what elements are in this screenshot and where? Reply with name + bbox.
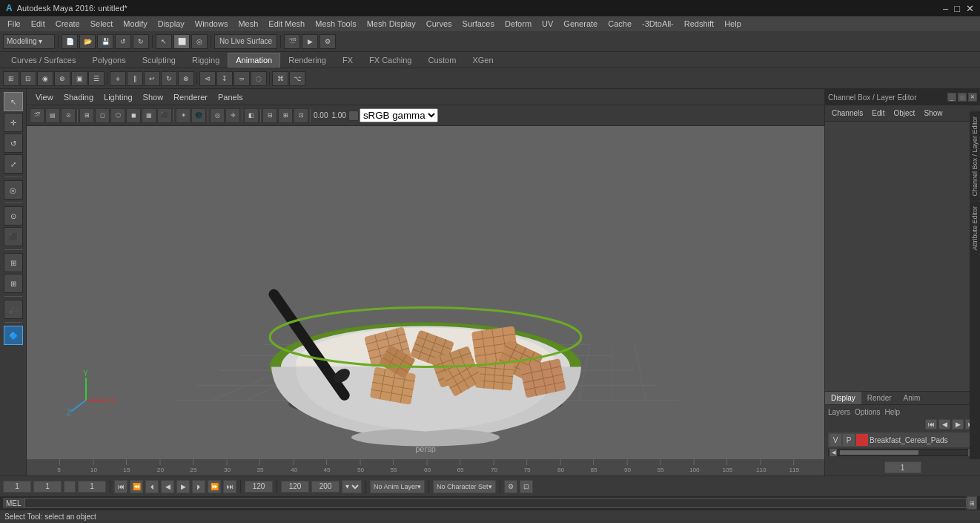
- menu-item-mesh-display[interactable]: Mesh Display: [362, 19, 420, 29]
- anim-extra-btn1[interactable]: ⚙: [504, 480, 517, 493]
- show-manip[interactable]: ⊞: [4, 253, 23, 272]
- script-confirm-btn[interactable]: ⊞: [967, 496, 977, 510]
- select-tool-btn[interactable]: ↖: [156, 34, 172, 49]
- scroll-left-btn[interactable]: ◀: [830, 449, 837, 456]
- soft-select[interactable]: ⊙: [4, 206, 23, 226]
- vp-all-btn[interactable]: ⬛: [157, 108, 172, 123]
- menu-item-generate[interactable]: Generate: [559, 19, 602, 29]
- anim-tab[interactable]: Anim: [898, 392, 927, 404]
- anim-tool-4[interactable]: ⊕: [54, 71, 70, 86]
- vp-grid-btn[interactable]: ⊞: [79, 108, 94, 123]
- redo-btn[interactable]: ↻: [133, 34, 149, 49]
- channels-show-tab[interactable]: Show: [920, 108, 946, 118]
- rotate-tool[interactable]: ↺: [4, 134, 23, 153]
- options-tab[interactable]: Options: [855, 408, 880, 416]
- vp-tex-btn[interactable]: ▦: [142, 108, 156, 123]
- channel-box-side-tab[interactable]: Channel Box / Layer Editor: [970, 111, 980, 201]
- pb-go-start[interactable]: ⏮: [114, 480, 128, 493]
- rp-close-btn[interactable]: ✕: [968, 93, 977, 102]
- menu-item-file[interactable]: File: [3, 19, 25, 29]
- channels-object-tab[interactable]: Object: [890, 108, 919, 118]
- save-scene-btn[interactable]: 💾: [97, 34, 113, 49]
- layer-color-swatch[interactable]: [856, 434, 868, 446]
- pb-go-end[interactable]: ⏭: [223, 480, 236, 493]
- range-value-input[interactable]: [33, 481, 62, 493]
- vp-isolate-btn[interactable]: ◧: [244, 108, 259, 123]
- menu-item-edit-mesh[interactable]: Edit Mesh: [264, 19, 309, 29]
- layer-arrow-start[interactable]: ⏮: [925, 419, 937, 430]
- channels-edit-tab[interactable]: Edit: [868, 108, 888, 118]
- constraint-tool-3[interactable]: ⤼: [234, 71, 250, 86]
- render-tab[interactable]: Render: [861, 392, 898, 404]
- menu-item-mesh-tools[interactable]: Mesh Tools: [311, 19, 360, 29]
- rp-expand-btn[interactable]: □: [958, 93, 967, 102]
- pb-next-frame[interactable]: ▶: [176, 480, 190, 493]
- timeline-frame-input[interactable]: [884, 461, 921, 473]
- render-preview[interactable]: 🔷: [4, 326, 23, 345]
- key-tool-2[interactable]: ‖: [127, 71, 143, 86]
- rp-minimize-btn[interactable]: _: [947, 93, 956, 102]
- maximize-btn[interactable]: □: [954, 3, 960, 14]
- vp-menu-shading[interactable]: Shading: [59, 92, 98, 102]
- vp-wire-btn[interactable]: ⬡: [110, 108, 125, 123]
- vp-menu-show[interactable]: Show: [139, 92, 168, 102]
- range-start-input[interactable]: [3, 481, 31, 493]
- lasso-btn[interactable]: ◎: [191, 34, 208, 49]
- menu-item-deform[interactable]: Deform: [500, 19, 536, 29]
- vp-smooth-btn[interactable]: ◻: [95, 108, 110, 123]
- layer-scrollbar[interactable]: ◀ ▶: [828, 449, 977, 456]
- menu-item-cache[interactable]: Cache: [603, 19, 636, 29]
- anim-extra-btn2[interactable]: ⊡: [520, 480, 533, 493]
- menu-item-uv[interactable]: UV: [537, 19, 557, 29]
- vp-hud-btn[interactable]: ⊟: [262, 108, 277, 123]
- anim-tool-2[interactable]: ⊟: [20, 71, 36, 86]
- anim-tool-1[interactable]: ⊞: [3, 71, 19, 86]
- pb-next-key[interactable]: ⏵: [192, 480, 205, 493]
- camera-tool[interactable]: 🎥: [4, 300, 23, 319]
- vp-shadow-btn[interactable]: 🌑: [191, 108, 206, 123]
- key-tool-3[interactable]: ↩: [144, 71, 160, 86]
- tab-polygons[interactable]: Polygons: [84, 53, 133, 68]
- attribute-editor-side-tab[interactable]: Attribute Editor: [970, 201, 980, 255]
- tab-sculpting[interactable]: Sculpting: [134, 53, 184, 68]
- menu-item-edit[interactable]: Edit: [27, 19, 50, 29]
- vp-shaded-btn[interactable]: ◼: [126, 108, 141, 123]
- tab-custom[interactable]: Custom: [420, 53, 465, 68]
- vp-camera-btn[interactable]: 🎬: [30, 108, 44, 123]
- snap-grid[interactable]: ⊞: [4, 274, 23, 293]
- tab-fx[interactable]: FX: [334, 53, 361, 68]
- vp-cycle-btn[interactable]: ⊙: [61, 108, 76, 123]
- open-scene-btn[interactable]: 📂: [79, 34, 96, 49]
- minimize-btn[interactable]: –: [943, 3, 948, 14]
- select-tool[interactable]: ↖: [4, 92, 23, 111]
- anim-tool-3[interactable]: ◉: [37, 71, 53, 86]
- render-btn[interactable]: 🎬: [284, 34, 300, 49]
- curve-tool-1[interactable]: ⌘: [272, 71, 288, 86]
- tab-curves-surfaces[interactable]: Curves / Surfaces: [3, 53, 84, 68]
- pb-step-fwd[interactable]: ⏩: [208, 480, 221, 493]
- vp-menu-lighting[interactable]: Lighting: [99, 92, 137, 102]
- tab-fx-caching[interactable]: FX Caching: [361, 53, 420, 68]
- tab-rendering[interactable]: Rendering: [280, 53, 334, 68]
- tab-xgen[interactable]: XGen: [464, 53, 501, 68]
- vp-menu-renderer[interactable]: Renderer: [169, 92, 212, 102]
- new-scene-btn[interactable]: 📄: [62, 34, 78, 49]
- menu-item-create[interactable]: Create: [51, 19, 85, 29]
- character-set-dropdown[interactable]: No Character Set ▾: [433, 480, 496, 493]
- anim-layer-dropdown[interactable]: No Anim Layer ▾: [370, 480, 425, 493]
- pb-step-back[interactable]: ⏪: [130, 480, 143, 493]
- paint-sel[interactable]: ⬛: [4, 227, 23, 246]
- display-tab[interactable]: Display: [825, 392, 861, 404]
- viewport-scene[interactable]: X Y Z persp: [27, 126, 824, 459]
- script-input[interactable]: [24, 498, 967, 508]
- vp-film-btn[interactable]: ▤: [45, 108, 60, 123]
- menu-item-select[interactable]: Select: [86, 19, 118, 29]
- layer-arrow-prev[interactable]: ◀: [938, 419, 950, 430]
- vp-grid2-btn[interactable]: ⊞: [278, 108, 293, 123]
- timeline-main[interactable]: 5 10 15 20 25 30 35: [27, 459, 824, 476]
- range-dropdown[interactable]: ▾: [342, 480, 362, 493]
- vp-menu-view[interactable]: View: [31, 92, 58, 102]
- scale-tool[interactable]: ⤢: [4, 154, 23, 174]
- constraint-tool-2[interactable]: ↧: [216, 71, 233, 86]
- scroll-track[interactable]: [837, 450, 968, 455]
